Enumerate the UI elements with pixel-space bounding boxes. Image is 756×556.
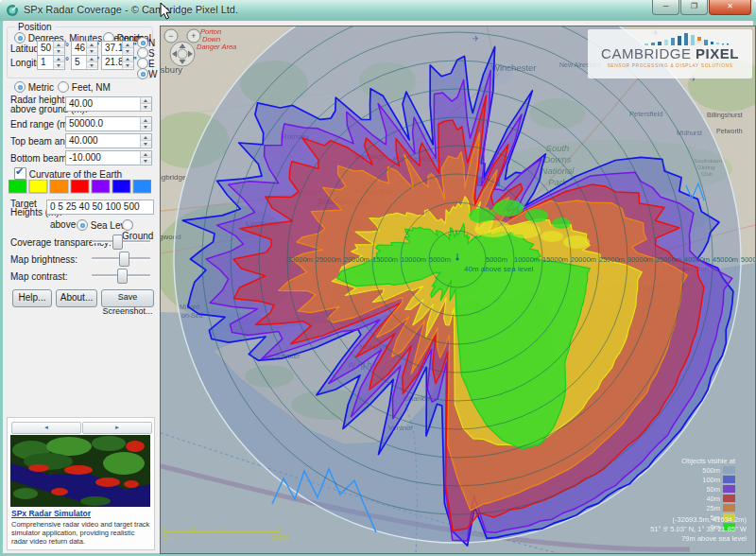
- swatch-0m: [9, 180, 26, 193]
- lat-sec-spinner[interactable]: 37.1: [101, 41, 134, 56]
- curvature-checkbox[interactable]: ✔ Curvature of the Earth: [14, 167, 122, 180]
- save-screenshot-button[interactable]: Save Screenshot...: [101, 289, 154, 307]
- promo-prev-button[interactable]: ◄: [11, 422, 81, 434]
- lon-sec-spinner[interactable]: 21.8: [101, 55, 134, 70]
- lat-deg-spinner[interactable]: 50: [37, 41, 65, 56]
- map-brightness-label: Map brightness:: [10, 254, 77, 265]
- curvature-label: Curvature of the Earth: [29, 169, 122, 180]
- status-latlon: 51° 9' 5.03" N, 1° 33' 21.85" W: [650, 525, 747, 534]
- svg-text:45000m: 45000m: [713, 255, 738, 264]
- svg-text:25000m: 25000m: [599, 255, 625, 264]
- metric-radio[interactable]: Metric: [14, 81, 54, 93]
- target-color-swatches: [9, 180, 151, 194]
- slider-thumb[interactable]: [112, 235, 123, 250]
- promo-panel: ◄ ►: [7, 417, 155, 550]
- status-xy: (-32693.5m, 41634.2m): [650, 515, 747, 525]
- slider-thumb[interactable]: [119, 252, 129, 267]
- bottom-beam-spinner[interactable]: -10.000: [65, 150, 152, 165]
- west-radio[interactable]: W: [137, 68, 157, 79]
- promo-link[interactable]: SPx Radar Simulator: [11, 509, 91, 518]
- lat-min-value[interactable]: 46: [72, 42, 87, 54]
- logo-waveform: [641, 31, 745, 46]
- lon-deg-spinner[interactable]: 1: [37, 55, 65, 70]
- svg-text:35000m: 35000m: [656, 255, 681, 264]
- lat-deg-symbol: °: [65, 42, 69, 52]
- mouse-cursor: [160, 2, 172, 20]
- promo-next-button[interactable]: ►: [82, 422, 152, 434]
- lat-deg-value[interactable]: 50: [38, 42, 54, 54]
- above-label: above: [50, 219, 76, 230]
- slider-thumb[interactable]: [117, 269, 128, 284]
- legend-title: Objects visible at: [681, 457, 735, 466]
- lon-sec-value[interactable]: 21.8: [102, 56, 123, 68]
- map-contrast-slider[interactable]: [92, 269, 150, 282]
- promo-thumbnail[interactable]: [10, 435, 150, 507]
- cursor-status-readout: (-32693.5m, 41634.2m) 51° 9' 5.03" N, 1°…: [650, 515, 747, 544]
- app-icon: [6, 4, 19, 17]
- lon-deg-symbol: °: [65, 56, 69, 66]
- map-canvas[interactable]: Salisbury Winchester New Alresford Peter…: [161, 26, 755, 553]
- close-button[interactable]: ✕: [709, 0, 751, 15]
- svg-text:Billingshurst: Billingshurst: [707, 112, 743, 119]
- cambridge-pixel-logo: CAMBRIDGE PIXEL SENSOR PROCESSING & DISP…: [588, 29, 752, 78]
- status-elevation: 79m above sea level: [650, 534, 747, 544]
- svg-text:Fordingbridge: Fordingbridge: [161, 173, 187, 182]
- lat-sec-value[interactable]: 37.1: [102, 42, 123, 54]
- lat-min-spinner[interactable]: 46: [71, 41, 98, 56]
- help-button[interactable]: Help...: [12, 289, 52, 307]
- svg-text:10000m: 10000m: [401, 255, 426, 264]
- position-group-title: Position: [15, 22, 55, 32]
- map-brightness-slider[interactable]: [92, 252, 150, 265]
- scale-min-label: 0 m: [163, 534, 175, 541]
- window-controls: ─ ❐ ✕: [651, 0, 751, 15]
- svg-text:40000m: 40000m: [684, 255, 710, 264]
- map-view[interactable]: Salisbury Winchester New Alresford Peter…: [160, 26, 756, 554]
- lon-min-value[interactable]: 5: [72, 56, 87, 68]
- swatch-100m: [112, 180, 130, 193]
- coverage-transparency-slider[interactable]: [92, 235, 150, 248]
- lon-min-spinner[interactable]: 5: [71, 55, 98, 70]
- svg-text:5000m: 5000m: [486, 255, 507, 264]
- svg-text:15000m: 15000m: [372, 255, 398, 264]
- end-range-label: End range (m):: [10, 119, 74, 130]
- svg-text:20000m: 20000m: [344, 255, 369, 264]
- titlebar[interactable]: SPx Radar Coverage - © Cambridge Pixel L…: [0, 0, 756, 21]
- top-beam-spinner[interactable]: 40.000: [65, 133, 152, 148]
- radar-height-spinner[interactable]: 40.00: [65, 96, 152, 112]
- ring-labels: 30000m 25000m 20000m 15000m 10000m 5000m…: [287, 255, 755, 264]
- control-panel: Position Degrees, Minutes, Seconds Decim…: [3, 21, 158, 553]
- target-heights-input[interactable]: 0 5 25 40 50 100 500: [46, 200, 154, 215]
- svg-text:30000m: 30000m: [627, 255, 653, 264]
- feet-radio[interactable]: Feet, NM: [58, 81, 111, 93]
- lon-deg-value[interactable]: 1: [38, 56, 54, 68]
- minimize-button[interactable]: ─: [652, 0, 679, 15]
- app-window: SPx Radar Coverage - © Cambridge Pixel L…: [0, 0, 756, 556]
- dms-radio-circle[interactable]: [14, 32, 26, 43]
- svg-text:Danger Area: Danger Area: [197, 43, 236, 51]
- zoom-out-icon: −: [168, 31, 173, 41]
- svg-text:30000m: 30000m: [287, 255, 313, 264]
- svg-text:15000m: 15000m: [542, 255, 568, 264]
- svg-text:25000m: 25000m: [316, 255, 341, 264]
- svg-text:50000m: 50000m: [741, 255, 755, 264]
- swatch-50m: [92, 180, 110, 193]
- end-range-spinner[interactable]: 50000.0: [65, 116, 152, 131]
- swatch-40m: [71, 180, 89, 193]
- map-contrast-label: Map contrast:: [10, 271, 68, 282]
- promo-description: Comprehensive radar video and target tra…: [11, 520, 150, 546]
- scale-max-label: 20000 m: [271, 534, 297, 541]
- svg-text:20000m: 20000m: [571, 255, 596, 264]
- logo-brand: CAMBRIDGE PIXEL: [588, 45, 752, 61]
- lat-min-symbol: ': [97, 42, 99, 52]
- client-area: Position Degrees, Minutes, Seconds Decim…: [3, 21, 753, 553]
- maximize-button[interactable]: ❐: [680, 0, 708, 15]
- zoom-in-icon: +: [191, 31, 196, 41]
- svg-text:10000m: 10000m: [514, 255, 540, 264]
- logo-tagline: SENSOR PROCESSING & DISPLAY SOLUTIONS: [588, 63, 752, 68]
- swatch-500m: [133, 180, 151, 193]
- window-title: SPx Radar Coverage - © Cambridge Pixel L…: [24, 4, 238, 15]
- center-height-label: 40m above sea level: [464, 265, 534, 273]
- svg-text:Petworth: Petworth: [716, 128, 743, 134]
- about-button[interactable]: About...: [56, 289, 97, 307]
- swatch-25m: [50, 180, 68, 193]
